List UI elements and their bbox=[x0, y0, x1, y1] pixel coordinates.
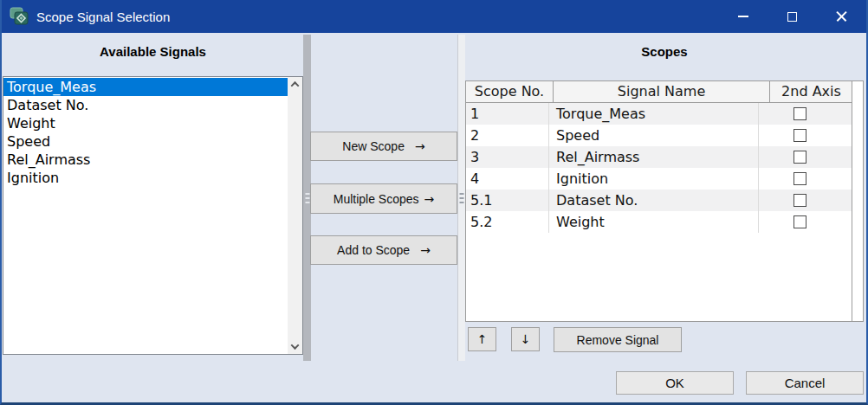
second-axis-checkbox[interactable] bbox=[794, 129, 806, 142]
add-to-scope-button[interactable]: Add to Scope → bbox=[310, 235, 457, 265]
scope-no-cell: 5.1 bbox=[466, 190, 548, 211]
close-button[interactable] bbox=[817, 0, 866, 33]
add-to-scope-label: Add to Scope bbox=[337, 243, 410, 257]
minimize-icon bbox=[738, 16, 748, 17]
move-down-button[interactable]: ↓ bbox=[511, 327, 540, 351]
second-axis-checkbox[interactable] bbox=[794, 215, 806, 228]
window-title: Scope Signal Selection bbox=[36, 10, 170, 24]
ok-button[interactable]: OK bbox=[616, 371, 734, 395]
list-item[interactable]: Speed bbox=[3, 132, 288, 151]
table-row[interactable]: 1 Torque_Meas bbox=[466, 103, 863, 125]
second-axis-checkbox[interactable] bbox=[794, 151, 806, 164]
second-axis-checkbox[interactable] bbox=[794, 194, 806, 207]
available-signals-header: Available Signals bbox=[3, 42, 303, 61]
column-header-signal-name: Signal Name bbox=[553, 81, 769, 102]
right-arrow-icon: → bbox=[415, 139, 425, 153]
signal-name-cell: Torque_Meas bbox=[548, 103, 758, 125]
signal-name-cell: Dataset No. bbox=[548, 190, 758, 211]
signal-name-cell: Speed bbox=[548, 125, 758, 146]
up-arrow-icon: ↑ bbox=[477, 332, 488, 346]
signal-name-cell: Weight bbox=[548, 211, 758, 233]
down-arrow-icon: ↓ bbox=[521, 332, 531, 346]
scope-no-cell: 1 bbox=[466, 103, 548, 125]
splitter-grip bbox=[460, 193, 464, 203]
table-header-row: Scope No. Signal Name 2nd Axis bbox=[466, 81, 863, 103]
chevron-down-icon bbox=[291, 341, 300, 350]
scope-no-cell: 3 bbox=[466, 146, 548, 168]
ok-label: OK bbox=[665, 376, 684, 390]
maximize-icon bbox=[787, 12, 797, 22]
cancel-label: Cancel bbox=[785, 376, 826, 390]
signal-name-cell: Rel_Airmass bbox=[548, 146, 758, 168]
remove-signal-label: Remove Signal bbox=[577, 333, 659, 347]
list-item[interactable]: Torque_Meas bbox=[3, 78, 288, 96]
scope-no-cell: 4 bbox=[466, 168, 548, 190]
multiple-scopes-label: Multiple Scopes bbox=[334, 192, 419, 206]
scopes-header: Scopes bbox=[465, 42, 864, 61]
table-row[interactable]: 5.1 Dataset No. bbox=[466, 190, 863, 211]
available-signals-list[interactable]: Torque_Meas Dataset No. Weight Speed Rel… bbox=[3, 76, 303, 355]
scope-app-icon bbox=[9, 6, 29, 27]
splitter-grip bbox=[305, 193, 309, 203]
new-scope-label: New Scope bbox=[342, 139, 405, 153]
title-bar: Scope Signal Selection bbox=[0, 0, 868, 33]
table-scrollbar-gutter bbox=[852, 81, 863, 321]
new-scope-button[interactable]: New Scope → bbox=[310, 132, 457, 161]
signal-name-cell: Ignition bbox=[548, 168, 758, 190]
scope-no-cell: 2 bbox=[466, 125, 548, 146]
scroll-down-button[interactable] bbox=[288, 339, 302, 354]
list-item[interactable]: Dataset No. bbox=[3, 96, 288, 114]
chevron-up-icon bbox=[291, 81, 300, 90]
list-scrollbar[interactable] bbox=[288, 77, 302, 354]
list-item[interactable]: Rel_Airmass bbox=[3, 151, 288, 169]
right-splitter[interactable] bbox=[457, 35, 465, 361]
remove-signal-button[interactable]: Remove Signal bbox=[554, 327, 682, 352]
second-axis-checkbox[interactable] bbox=[794, 107, 806, 120]
column-header-scope-no: Scope No. bbox=[466, 81, 553, 102]
table-row[interactable]: 4 Ignition bbox=[466, 168, 863, 190]
multiple-scopes-button[interactable]: Multiple Scopes → bbox=[310, 183, 457, 214]
minimize-button[interactable] bbox=[718, 0, 768, 33]
table-row[interactable]: 2 Speed bbox=[466, 125, 863, 146]
close-icon bbox=[835, 10, 848, 23]
scope-no-cell: 5.2 bbox=[466, 211, 548, 233]
table-row[interactable]: 3 Rel_Airmass bbox=[466, 146, 863, 168]
maximize-button[interactable] bbox=[768, 0, 817, 33]
right-arrow-icon: → bbox=[424, 192, 435, 206]
move-up-button[interactable]: ↑ bbox=[468, 327, 496, 351]
list-item[interactable]: Weight bbox=[3, 114, 288, 132]
second-axis-checkbox[interactable] bbox=[794, 172, 806, 185]
scopes-table: Scope No. Signal Name 2nd Axis 1 Torque_… bbox=[465, 80, 864, 322]
cancel-button[interactable]: Cancel bbox=[746, 371, 864, 395]
table-row[interactable]: 5.2 Weight bbox=[466, 211, 863, 233]
right-arrow-icon: → bbox=[420, 243, 431, 257]
column-header-2nd-axis: 2nd Axis bbox=[769, 81, 852, 102]
list-item[interactable]: Ignition bbox=[3, 169, 288, 187]
scroll-up-button[interactable] bbox=[288, 77, 302, 92]
